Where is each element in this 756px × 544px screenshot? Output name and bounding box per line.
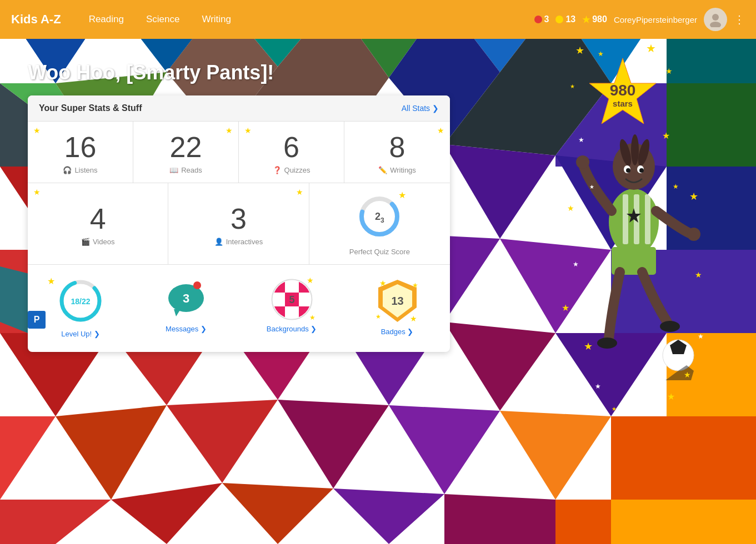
messages-bubble-icon: 3 xyxy=(164,279,208,320)
star-decoration-icon: ★ xyxy=(226,126,233,135)
svg-rect-86 xyxy=(623,194,628,244)
quizzes-label: ❓ Quizzes xyxy=(273,166,311,174)
username: CoreyPipersteinberger xyxy=(614,15,697,24)
pencil-icon: ✏️ xyxy=(378,166,387,174)
stat-quiz-score: ★ 23 Perfect Quiz Score xyxy=(309,183,450,264)
star-decoration-icon: ★ xyxy=(398,190,406,200)
p-badge: P xyxy=(28,311,46,329)
messages-link[interactable]: Messages ❯ xyxy=(166,325,207,333)
svg-marker-64 xyxy=(174,309,181,316)
quiz-score-text: 23 xyxy=(375,211,384,224)
svg-text:★: ★ xyxy=(695,270,702,279)
videos-label: 🎬 Videos xyxy=(81,238,115,246)
red-badge: 3 xyxy=(534,14,549,24)
svg-text:★: ★ xyxy=(589,184,594,190)
logo: Kids A-Z xyxy=(11,12,61,27)
stat-interactives: ★ 3 👤 Interactives xyxy=(168,183,309,264)
svg-marker-50 xyxy=(444,494,555,544)
star-decoration-icon: ★ xyxy=(307,276,314,285)
backgrounds-link[interactable]: Backgrounds ❯ xyxy=(267,325,317,333)
svg-text:★: ★ xyxy=(595,382,601,390)
all-stats-link[interactable]: All Stats ❯ xyxy=(402,104,439,113)
svg-marker-47 xyxy=(111,483,222,544)
star-decoration-icon: ★ xyxy=(412,281,418,289)
quiz-icon: ❓ xyxy=(273,166,282,174)
star-decoration-icon: ★ xyxy=(575,44,584,57)
nav-science[interactable]: Science xyxy=(146,14,179,25)
star-decoration-icon: ★ xyxy=(665,67,673,75)
stat-listens: ★ 16 🎧 Listens xyxy=(28,122,133,183)
stat-writings: ★ 8 ✏️ Writings xyxy=(344,122,450,183)
star-decoration-icon: ★ xyxy=(379,279,387,288)
svg-text:18/22: 18/22 xyxy=(71,297,90,306)
svg-point-97 xyxy=(576,155,589,169)
headphone-icon: 🎧 xyxy=(63,166,72,174)
svg-marker-39 xyxy=(0,416,56,500)
stars-badge-header: ★ 980 xyxy=(582,14,607,25)
svg-rect-88 xyxy=(645,194,650,244)
videos-number: 4 xyxy=(90,204,106,233)
svg-point-55 xyxy=(712,14,719,21)
star-decoration-icon: ★ xyxy=(296,188,303,197)
quizzes-number: 6 xyxy=(283,133,299,162)
red-dot-icon xyxy=(534,16,542,23)
interactives-number: 3 xyxy=(231,204,247,233)
star-icon: ★ xyxy=(582,14,590,25)
stat-quizzes: ★ 6 ❓ Quizzes xyxy=(239,122,344,183)
svg-text:★: ★ xyxy=(698,333,704,340)
backgrounds-cell: 5 ★ ★ Backgrounds ❯ xyxy=(239,273,344,344)
character-illustration: ★ ★ ★ ★ ★ ★ ★ ★ ★ ★ ★ ★ ★ xyxy=(556,100,712,411)
star-decoration-icon: ★ xyxy=(47,276,55,286)
header: Kids A-Z Reading Science Writing 3 13 ★ … xyxy=(0,0,756,39)
avatar[interactable] xyxy=(704,8,727,31)
svg-text:980: 980 xyxy=(610,82,636,99)
red-count: 3 xyxy=(544,14,549,24)
writings-number: 8 xyxy=(389,133,405,162)
svg-marker-40 xyxy=(56,405,167,500)
quiz-score-label: Perfect Quiz Score xyxy=(349,248,410,256)
svg-point-66 xyxy=(193,281,201,289)
stars-count: 980 xyxy=(592,14,607,24)
star-decoration-icon: ★ xyxy=(33,126,41,135)
svg-point-96 xyxy=(639,168,644,173)
svg-point-100 xyxy=(597,338,617,349)
stats-mid-grid: ★ 4 🎬 Videos ★ 3 👤 Interactives ★ xyxy=(28,183,450,265)
svg-text:★: ★ xyxy=(567,204,574,213)
svg-marker-45 xyxy=(611,416,756,500)
svg-text:★: ★ xyxy=(673,183,679,190)
svg-marker-43 xyxy=(389,405,500,494)
svg-text:5: 5 xyxy=(289,294,294,305)
badges-cell: 13 ★ ★ ★ ★ Badges ❯ xyxy=(344,273,450,344)
stats-card-title: Your Super Stats & Stuff xyxy=(39,103,142,113)
stats-bottom-grid: ★ 18/22 Level Up! ❯ xyxy=(28,265,450,352)
star-decoration-icon: ★ xyxy=(646,42,656,55)
svg-text:13: 13 xyxy=(391,295,403,307)
level-up-link[interactable]: Level Up! ❯ xyxy=(61,330,100,338)
badges-link[interactable]: Badges ❯ xyxy=(381,328,414,336)
svg-point-95 xyxy=(626,168,630,173)
nav-reading[interactable]: Reading xyxy=(89,14,124,25)
svg-text:3: 3 xyxy=(183,291,189,305)
main-nav: Reading Science Writing xyxy=(89,14,518,25)
svg-text:★: ★ xyxy=(584,341,593,352)
level-circle: 18/22 xyxy=(58,279,103,325)
messages-cell: 3 Messages ❯ xyxy=(133,273,239,344)
svg-marker-51 xyxy=(555,500,611,544)
stats-card-header: Your Super Stats & Stuff All Stats ❯ xyxy=(28,95,450,122)
writings-label: ✏️ Writings xyxy=(378,166,416,174)
level-up-cell: ★ 18/22 Level Up! ❯ xyxy=(28,273,133,344)
menu-icon[interactable]: ⋮ xyxy=(734,13,745,26)
svg-marker-44 xyxy=(500,411,611,500)
svg-marker-52 xyxy=(611,500,756,544)
video-icon: 🎬 xyxy=(81,238,90,246)
listens-number: 16 xyxy=(64,133,97,162)
svg-point-56 xyxy=(710,22,721,27)
star-decoration-icon: ★ xyxy=(244,126,252,135)
backgrounds-icon: 5 xyxy=(271,279,313,320)
interactives-label: 👤 Interactives xyxy=(214,238,263,246)
star-decoration-icon: ★ xyxy=(33,188,41,197)
nav-writing[interactable]: Writing xyxy=(202,14,231,25)
stats-top-grid: ★ 16 🎧 Listens ★ 22 📖 Reads ★ 6 xyxy=(28,122,450,183)
svg-text:★: ★ xyxy=(689,191,698,202)
svg-marker-48 xyxy=(222,483,333,544)
